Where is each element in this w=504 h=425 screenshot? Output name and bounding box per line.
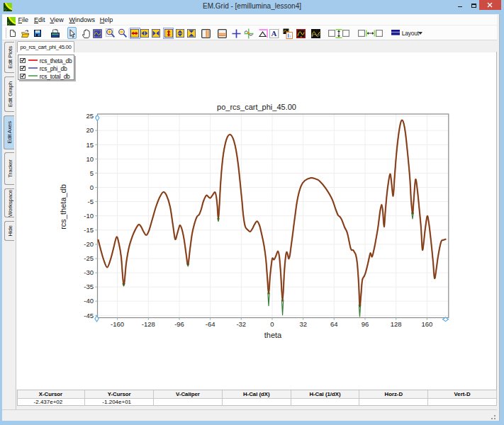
svg-text:0: 0 xyxy=(270,320,274,328)
svg-text:5: 5 xyxy=(90,169,94,177)
svg-text:-10: -10 xyxy=(84,212,94,220)
svg-text:-45: -45 xyxy=(84,312,94,319)
svg-text:15: 15 xyxy=(86,141,94,149)
svg-text:-30: -30 xyxy=(84,268,94,276)
svg-text:20: 20 xyxy=(86,126,94,134)
svg-text:-128: -128 xyxy=(142,320,155,328)
svg-text:0: 0 xyxy=(90,183,94,191)
svg-text:-20: -20 xyxy=(84,240,94,248)
svg-text:-35: -35 xyxy=(84,283,94,290)
svg-text:-96: -96 xyxy=(174,320,184,328)
svg-text:10: 10 xyxy=(86,155,94,163)
svg-text:96: 96 xyxy=(362,320,369,328)
svg-text:64: 64 xyxy=(330,320,338,328)
svg-text:160: 160 xyxy=(421,320,432,328)
svg-text:-160: -160 xyxy=(111,320,124,328)
svg-text:-5: -5 xyxy=(88,198,94,205)
svg-text:-32: -32 xyxy=(236,320,246,328)
svg-text:128: 128 xyxy=(391,320,402,328)
svg-text:-25: -25 xyxy=(84,254,94,262)
svg-text:rcs_theta_db: rcs_theta_db xyxy=(59,184,67,230)
svg-text:theta: theta xyxy=(264,331,282,339)
svg-text:-40: -40 xyxy=(84,297,94,305)
svg-text:po_rcs_cart_phi_45.00: po_rcs_cart_phi_45.00 xyxy=(217,103,296,111)
svg-text:25: 25 xyxy=(86,112,94,120)
svg-text:32: 32 xyxy=(299,320,307,328)
svg-text:-64: -64 xyxy=(206,320,215,328)
svg-text:-15: -15 xyxy=(84,226,94,234)
